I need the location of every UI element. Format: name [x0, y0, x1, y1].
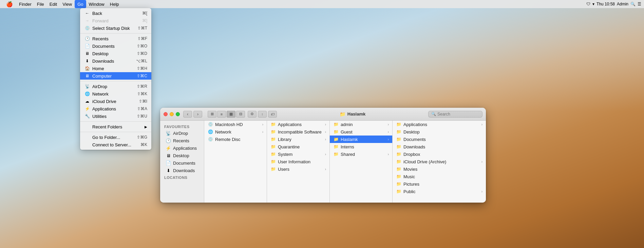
menubar-file[interactable]: File — [34, 0, 47, 8]
back-icon: ← — [84, 11, 90, 16]
col4-movies-icon: 📁 — [396, 166, 401, 172]
col4-downloads-icon: 📁 — [396, 144, 401, 149]
col4-icloud-archive-arrow: › — [481, 160, 482, 164]
applications-go-icon: ⚡ — [84, 106, 90, 111]
menubar-go[interactable]: Go — [75, 0, 86, 8]
menu-item-home[interactable]: 🏠 Home ⇧⌘H — [80, 65, 151, 72]
menu-item-computer[interactable]: 🖥 Computer ⇧⌘C — [80, 72, 151, 80]
menu-item-desktop[interactable]: 🖥 Desktop ⇧⌘D — [80, 50, 151, 57]
sidebar-item-documents[interactable]: 📄 Documents — [162, 159, 203, 167]
system-arrow: › — [325, 152, 326, 156]
col1-network[interactable]: 🌐 Network › — [204, 128, 267, 136]
col2-users[interactable]: 📁 Users › — [267, 165, 329, 173]
finder-title-label: Haslamk — [347, 111, 365, 117]
downloads-sidebar-icon: ⬇ — [166, 168, 171, 173]
menu-item-utilities[interactable]: 🔧 Utilities ⇧⌘U — [80, 112, 151, 120]
window-maximize-button[interactable] — [176, 112, 180, 116]
back-button[interactable]: ‹ — [183, 111, 192, 118]
menu-item-goto-folder[interactable]: Go to Folder... ⇧⌘G — [80, 133, 151, 141]
col4-movies[interactable]: 📁 Movies — [393, 165, 486, 173]
forward-button[interactable]: › — [193, 111, 202, 118]
col2-quarantine[interactable]: 📁 Quarantine — [267, 143, 329, 150]
menu-item-network[interactable]: 🌐 Network ⇧⌘K — [80, 90, 151, 98]
view-options-button[interactable]: ⚙ — [248, 111, 257, 118]
menu-item-applications[interactable]: ⚡ Applications ⇧⌘A — [80, 105, 151, 112]
menubar: 🍎 Finder File Edit View Go Window Help 🛡… — [0, 0, 644, 8]
sidebar-item-applications[interactable]: ⚡ Applications — [162, 144, 203, 152]
col2-incompatible-software[interactable]: 📁 Incompatible Software › — [267, 128, 329, 136]
window-minimize-button[interactable] — [170, 112, 174, 116]
menu-item-connect-server[interactable]: Connect to Server... ⌘K — [80, 141, 151, 148]
list-view-button[interactable]: ≡ — [217, 111, 226, 118]
menu-item-documents[interactable]: 📄 Documents ⇧⌘O — [80, 42, 151, 50]
menu-item-documents-label: Documents — [92, 44, 137, 49]
search-input[interactable] — [437, 112, 479, 117]
col3-guest[interactable]: 📁 Guest › — [330, 128, 392, 136]
menu-item-startup-disk[interactable]: 💿 Select Startup Disk ⇧⌘T — [80, 24, 151, 32]
menu-item-applications-label: Applications — [92, 106, 137, 111]
interns-icon: 📁 — [333, 144, 339, 149]
gallery-view-button[interactable]: ⊟ — [236, 111, 245, 118]
col4-dropbox[interactable]: 📁 Dropbox — [393, 150, 486, 158]
network-col-icon: 🌐 — [208, 129, 213, 135]
finder-window: ‹ › ⊞ ≡ ▦ ⊟ ⚙ ↑ 🏷 📁 Haslamk 🔍 Favourites — [160, 108, 486, 203]
menubar-edit[interactable]: Edit — [47, 0, 60, 8]
finder-columns: 💿 Macintosh HD › 🌐 Network › 💿 Remote Di… — [204, 121, 486, 203]
finder-column-2: 📁 Applications › 📁 Incompatible Software… — [267, 121, 330, 203]
col3-shared[interactable]: 📁 Shared › — [330, 150, 392, 158]
col4-applications-arrow: › — [481, 123, 482, 126]
col3-haslamk[interactable]: 📁 Haslamk › — [330, 136, 392, 143]
search-box[interactable]: 🔍 — [428, 111, 482, 118]
menu-item-icloud[interactable]: ☁ iCloud Drive ⇧⌘I — [80, 98, 151, 105]
window-close-button[interactable] — [164, 112, 168, 116]
user-information-label: User Information — [278, 159, 326, 164]
col4-public[interactable]: 📁 Public › — [393, 188, 486, 195]
share-button[interactable]: ↑ — [258, 111, 267, 118]
col4-icloud-archive[interactable]: 📁 iCloud Drive (Archive) › — [393, 158, 486, 165]
col1-remote-disc[interactable]: 💿 Remote Disc — [204, 136, 267, 143]
sidebar-item-desktop[interactable]: 🖥 Desktop — [162, 152, 203, 159]
col2-library[interactable]: 📁 Library › — [267, 136, 329, 143]
col4-icloud-archive-icon: 📁 — [396, 159, 401, 164]
col4-applications[interactable]: 📁 Applications › — [393, 121, 486, 128]
recents-icon: 🕐 — [84, 36, 90, 41]
menu-item-recents[interactable]: 🕐 Recents ⇧⌘F — [80, 35, 151, 42]
tag-button[interactable]: 🏷 — [268, 111, 277, 118]
search-icon[interactable]: 🔍 — [630, 2, 636, 6]
apple-menu[interactable]: 🍎 — [3, 0, 16, 8]
col4-desktop-icon: 📁 — [396, 129, 401, 135]
menu-item-downloads[interactable]: ⬇ Downloads ⌥⌘L — [80, 57, 151, 65]
col3-interns[interactable]: 📁 Interns — [330, 143, 392, 150]
col4-desktop[interactable]: 📁 Desktop — [393, 128, 486, 136]
menubar-right: 🛡 ▾ Thu 10:58 Admin 🔍 ☰ — [586, 2, 641, 6]
menubar-view[interactable]: View — [60, 0, 75, 8]
menu-item-back[interactable]: ← Back ⌘[ — [80, 9, 151, 17]
col3-admin[interactable]: 📁 admin › — [330, 121, 392, 128]
sidebar-item-recents[interactable]: 🕐 Recents — [162, 137, 203, 144]
finder-titlebar: ‹ › ⊞ ≡ ▦ ⊟ ⚙ ↑ 🏷 📁 Haslamk 🔍 — [160, 108, 486, 121]
menubar-window[interactable]: Window — [86, 0, 107, 8]
users-icon: 📁 — [270, 166, 276, 172]
menu-item-recent-folders[interactable]: Recent Folders ▶ — [80, 123, 151, 130]
col4-music-icon: 📁 — [396, 174, 401, 179]
col4-downloads[interactable]: 📁 Downloads — [393, 143, 486, 150]
menu-item-airdrop[interactable]: 📡 AirDrop ⇧⌘R — [80, 83, 151, 90]
col2-applications[interactable]: 📁 Applications › — [267, 121, 329, 128]
icon-view-button[interactable]: ⊞ — [208, 111, 216, 118]
column-view-button[interactable]: ▦ — [227, 111, 235, 118]
view-buttons: ⊞ ≡ ▦ ⊟ — [208, 111, 245, 118]
col2-system[interactable]: 📁 System › — [267, 150, 329, 158]
col4-documents[interactable]: 📁 Documents — [393, 136, 486, 143]
col2-user-information[interactable]: 📁 User Information — [267, 158, 329, 165]
sidebar-item-downloads[interactable]: ⬇ Downloads — [162, 167, 203, 174]
col4-pictures[interactable]: 📁 Pictures — [393, 180, 486, 188]
col4-music[interactable]: 📁 Music — [393, 173, 486, 180]
sidebar-item-airdrop[interactable]: 📡 AirDrop — [162, 129, 203, 137]
col4-documents-icon: 📁 — [396, 137, 401, 142]
menubar-finder[interactable]: Finder — [16, 0, 34, 8]
menu-item-forward-label: Forward — [92, 18, 142, 23]
haslamk-icon: 📁 — [333, 137, 339, 142]
col1-macintosh-hd[interactable]: 💿 Macintosh HD › — [204, 121, 267, 128]
menubar-help[interactable]: Help — [107, 0, 122, 8]
control-icon[interactable]: ☰ — [638, 2, 641, 6]
